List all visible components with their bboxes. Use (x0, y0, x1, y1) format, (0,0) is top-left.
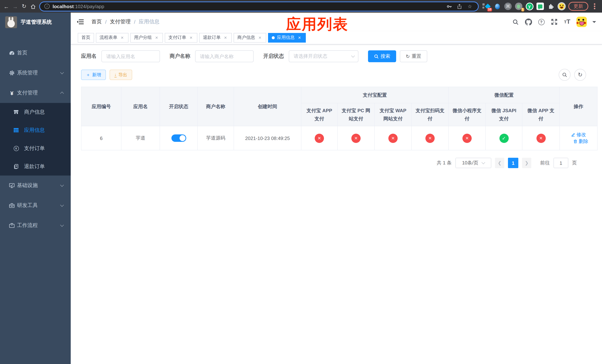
pinned-extension-icon[interactable]: 10 (483, 2, 491, 10)
filter-form: 应用名 商户名称 开启状态 请选择开启状态 (81, 50, 597, 62)
prev-page-button[interactable]: ❮ (495, 158, 504, 168)
cell-app-name: 芋道 (121, 126, 160, 150)
sidebar-item-label: 支付管理 (17, 90, 38, 96)
sidebar-item-home[interactable]: 首页 (0, 43, 71, 63)
screen: ← → ↻ i localhost:1024/pay/app ☆ 10 ⌘ (0, 0, 602, 364)
sidebar-item-app-info[interactable]: 应用信息 (0, 121, 71, 139)
document-icon (13, 164, 19, 169)
sidebar-item-workflow[interactable]: 工作流程 (0, 215, 71, 236)
url-path: :1024/pay/app (74, 3, 104, 9)
site-info-icon[interactable]: i (44, 4, 50, 9)
sidebar-item-system[interactable]: 系统管理 (0, 63, 71, 83)
tab-user-group[interactable]: 用户分组× (130, 33, 163, 43)
tab-label: 首页 (81, 34, 90, 41)
home-icon[interactable] (29, 2, 37, 11)
tab-merchant-info[interactable]: 商户信息× (234, 33, 266, 43)
browser-toolbar: ← → ↻ i localhost:1024/pay/app ☆ 10 ⌘ (0, 0, 602, 13)
balloon-extension-icon[interactable] (493, 2, 501, 10)
reload-icon[interactable]: ↻ (20, 2, 28, 11)
current-page-button[interactable]: 1 (508, 158, 518, 168)
tab-close-icon[interactable]: × (257, 35, 262, 40)
chevron-down-icon (60, 71, 64, 74)
sidebar-item-label: 应用信息 (24, 127, 45, 133)
cell-wx-jsapi (485, 126, 522, 150)
tab-close-icon[interactable]: × (223, 35, 228, 40)
yuque-extension-icon[interactable]: y (525, 2, 534, 10)
reset-button[interactable]: ↻ 重置 (400, 50, 427, 62)
tab-close-icon[interactable]: × (119, 35, 125, 40)
tab-close-icon[interactable]: × (188, 35, 194, 40)
page-size-value: 10条/页 (462, 160, 478, 166)
col-alipay-qr: 支付宝扫码支付 (411, 103, 449, 126)
chat-extension-icon[interactable] (536, 2, 544, 10)
merchant-name-label: 商户名称 (170, 53, 190, 60)
edit-link[interactable]: 修改 (571, 131, 586, 138)
goto-page-input[interactable] (553, 158, 568, 168)
delete-link[interactable]: 删除 (573, 138, 588, 145)
page-size-select[interactable]: 10条/页 (455, 158, 491, 168)
help-icon[interactable]: ? (538, 18, 545, 26)
app-name-input[interactable] (101, 50, 160, 62)
cell-alipay-wap (375, 126, 411, 150)
table-toolbar: ＋ 新增 ↓ 导出 ↻ (81, 69, 597, 81)
sidebar-item-label: 基础设施 (17, 182, 38, 189)
merchant-name-input[interactable] (195, 50, 254, 62)
tab-label: 退款订单 (203, 34, 221, 41)
forward-icon[interactable]: → (11, 2, 19, 11)
browser-profile-avatar[interactable] (558, 2, 566, 10)
sidebar-toggle-icon[interactable] (77, 19, 84, 25)
sidebar-item-refund-order[interactable]: 退款订单 (0, 157, 71, 175)
tab-refund-order[interactable]: 退款订单× (199, 33, 232, 43)
url-text[interactable]: localhost:1024/pay/app (53, 3, 442, 9)
status-select[interactable]: 请选择开启状态 (289, 50, 358, 62)
header-search-icon[interactable] (512, 18, 519, 26)
fullscreen-icon[interactable] (550, 18, 558, 26)
status-cross-icon (388, 133, 398, 143)
export-button[interactable]: ↓ 导出 (110, 70, 132, 80)
tab-process-form[interactable]: 流程表单× (96, 33, 129, 43)
col-wx-app: 微信 APP 支付 (522, 103, 559, 126)
refresh-button[interactable]: ↻ (574, 69, 586, 81)
browser-menu-icon[interactable] (594, 6, 595, 7)
add-button[interactable]: ＋ 新增 (81, 70, 106, 80)
url-host: localhost (53, 3, 74, 9)
cell-alipay-qr (411, 126, 449, 150)
key-icon[interactable] (445, 3, 453, 9)
breadcrumb-home[interactable]: 首页 (91, 19, 102, 25)
breadcrumb-payment[interactable]: 支付管理 (110, 19, 131, 25)
sidebar-item-pay-order[interactable]: ¥ 支付订单 (0, 139, 71, 157)
sidebar-item-label: 退款订单 (24, 163, 45, 170)
status-toggle[interactable] (171, 134, 186, 142)
next-page-button[interactable]: ❯ (522, 158, 531, 168)
address-bar[interactable]: i localhost:1024/pay/app ☆ (39, 1, 479, 11)
page-unit-label: 页 (572, 160, 577, 166)
col-actions: 操作 (559, 87, 597, 126)
github-icon[interactable] (525, 18, 532, 26)
search-button[interactable]: 搜索 (368, 50, 396, 62)
sidebar-item-merchant-info[interactable]: 商户信息 (0, 103, 71, 121)
sidebar-item-infra[interactable]: 基础设施 (0, 175, 71, 195)
back-icon[interactable]: ← (2, 2, 10, 11)
tab-home[interactable]: 首页 (78, 33, 94, 43)
avatar-caret-icon[interactable] (592, 21, 596, 25)
recorder-extension-icon[interactable]: 1 (515, 2, 523, 10)
bookmark-star-icon[interactable]: ☆ (466, 3, 473, 9)
page-content: 应用名 商户名称 开启状态 请选择开启状态 (71, 44, 602, 364)
browser-update-button[interactable]: 更新 (568, 2, 588, 11)
tab-close-icon[interactable]: × (297, 35, 302, 40)
sidebar-item-devtools[interactable]: 研发工具 (0, 195, 71, 215)
sidebar-item-payment[interactable]: ¥ 支付管理 (0, 83, 71, 103)
gear-icon (9, 70, 15, 76)
sidebar-logo-row[interactable]: 芋道管理系统 (0, 13, 71, 32)
share-icon[interactable] (456, 3, 463, 9)
tab-pay-order[interactable]: 支付订单× (165, 33, 197, 43)
chevron-up-icon (60, 92, 64, 95)
command-extension-icon[interactable]: ⌘ (504, 2, 512, 10)
user-avatar[interactable] (576, 17, 587, 27)
extensions-puzzle-icon[interactable] (547, 2, 555, 10)
font-size-icon[interactable]: TT (563, 18, 571, 26)
toggle-search-button[interactable] (559, 69, 570, 81)
col-created: 创建时间 (234, 87, 301, 126)
tab-close-icon[interactable]: × (154, 35, 159, 40)
tab-app-info[interactable]: 应用信息× (268, 33, 306, 43)
